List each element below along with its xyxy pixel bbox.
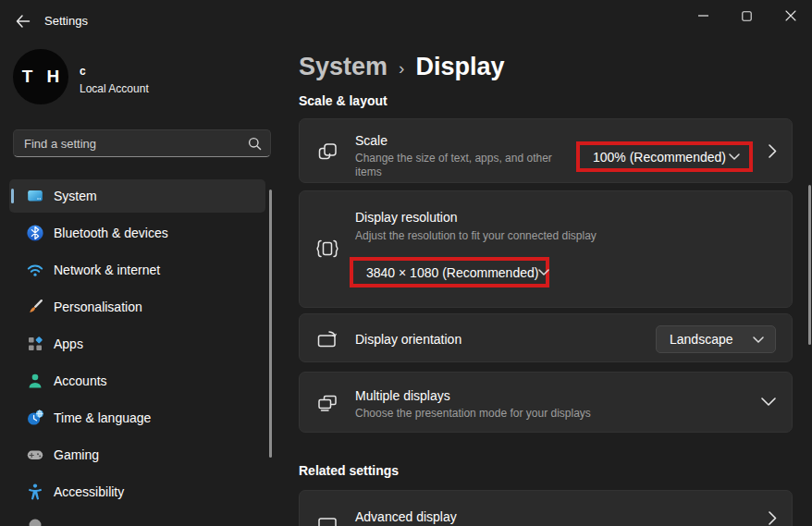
sidebar-item-label: Time & language [54, 410, 151, 425]
display-orientation-card: Display orientation Landscape [299, 313, 793, 362]
bluetooth-icon [26, 224, 44, 242]
close-icon [785, 10, 796, 21]
page-title: Display [415, 53, 504, 81]
multiple-displays-icon [315, 391, 339, 415]
sidebar-item-accessibility[interactable]: Accessibility [9, 475, 265, 508]
scale-card[interactable]: Scale Change the size of text, apps, and… [299, 118, 793, 183]
sidebar-item-label: Bluetooth & devices [54, 226, 168, 240]
related-settings-heading: Related settings [299, 463, 399, 478]
search-icon [248, 137, 262, 151]
account-type: Local Account [80, 82, 149, 95]
breadcrumb-parent[interactable]: System [299, 53, 388, 81]
breadcrumb-separator-icon: › [399, 55, 404, 79]
chevron-down-icon[interactable] [761, 398, 776, 406]
sidebar-item-gaming[interactable]: Gaming [9, 438, 265, 471]
multiple-displays-title: Multiple displays [355, 388, 450, 403]
chevron-down-icon [729, 153, 740, 160]
sidebar-item-label: Personalisation [54, 300, 142, 314]
maximize-button[interactable] [725, 0, 769, 31]
window-controls [682, 0, 812, 31]
back-arrow-icon [15, 14, 31, 29]
chevron-down-icon [538, 269, 549, 275]
scale-description: Change the size of text, apps, and other… [355, 152, 579, 179]
sidebar-item-network-internet[interactable]: Network & internet [9, 253, 265, 287]
search-input[interactable] [14, 130, 270, 156]
chevron-right-icon[interactable] [769, 511, 777, 525]
sidebar-item-label: Accounts [54, 373, 107, 388]
search-box [13, 129, 271, 157]
avatar[interactable]: T H [13, 49, 68, 104]
sidebar-item-label: System [54, 189, 97, 203]
display-resolution-card: Display resolution Adjust the resolution… [299, 190, 793, 308]
section-heading: Scale & layout [299, 93, 388, 108]
close-button[interactable] [769, 0, 812, 31]
sidebar-item-label: Network & internet [54, 263, 160, 277]
display-resolution-icon [315, 237, 339, 261]
sidebar-item-bluetooth-devices[interactable]: Bluetooth & devices [9, 216, 265, 250]
advanced-display-icon [315, 515, 339, 526]
chevron-down-icon [753, 336, 764, 343]
maximize-icon [742, 11, 752, 21]
privacy-security-icon [26, 518, 44, 526]
sidebar-scrollbar[interactable] [269, 190, 272, 458]
multiple-displays-description: Choose the presentation mode for your di… [355, 407, 591, 421]
display-resolution-dropdown[interactable]: 3840 × 1080 (Recommended) [350, 257, 549, 287]
display-resolution-value: 3840 × 1080 (Recommended) [366, 265, 538, 280]
display-orientation-icon [315, 327, 339, 351]
app-title: Settings [44, 14, 88, 28]
scale-dropdown[interactable]: 100% (Recommended) [576, 141, 753, 172]
multiple-displays-card[interactable]: Multiple displays Choose the presentatio… [299, 372, 793, 433]
settings-window: Settings T H c Local Account System Blue [0, 0, 812, 526]
sidebar-item-label: Apps [54, 336, 83, 351]
back-button[interactable] [9, 9, 35, 33]
main-scrollbar[interactable] [808, 185, 811, 345]
sidebar-item-personalisation[interactable]: Personalisation [9, 290, 265, 324]
personalisation-icon [26, 298, 44, 316]
selected-indicator [11, 189, 14, 203]
display-orientation-dropdown[interactable]: Landscape [656, 325, 776, 353]
time-language-icon [26, 409, 44, 427]
display-orientation-title: Display orientation [355, 332, 461, 347]
display-resolution-title: Display resolution [355, 210, 458, 225]
sidebar-item-accounts[interactable]: Accounts [9, 364, 265, 398]
sidebar-item-apps[interactable]: Apps [9, 327, 265, 361]
advanced-display-card[interactable]: Advanced display [299, 490, 793, 526]
advanced-display-title: Advanced display [355, 509, 457, 524]
scale-title: Scale [355, 133, 388, 148]
minimize-button[interactable] [682, 0, 725, 31]
accessibility-icon [26, 483, 44, 501]
sidebar-item-system[interactable]: System [9, 179, 265, 213]
breadcrumb: System › Display [299, 53, 504, 81]
sidebar-item-time-language[interactable]: Time & language [9, 401, 265, 434]
scale-value: 100% (Recommended) [593, 150, 726, 165]
sidebar-item-label: Gaming [54, 447, 99, 462]
chevron-right-icon[interactable] [769, 144, 777, 158]
apps-icon [26, 335, 44, 353]
network-icon [26, 261, 44, 279]
display-orientation-value: Landscape [670, 332, 733, 347]
account-name: c [80, 65, 86, 78]
sidebar-item-label: Accessibility [54, 484, 124, 499]
display-resolution-description: Adjust the resolution to fit your connec… [355, 229, 597, 243]
scale-icon [315, 140, 339, 164]
gaming-icon [26, 446, 44, 464]
minimize-icon [698, 15, 708, 17]
system-icon [26, 187, 44, 205]
accounts-icon [26, 372, 44, 390]
